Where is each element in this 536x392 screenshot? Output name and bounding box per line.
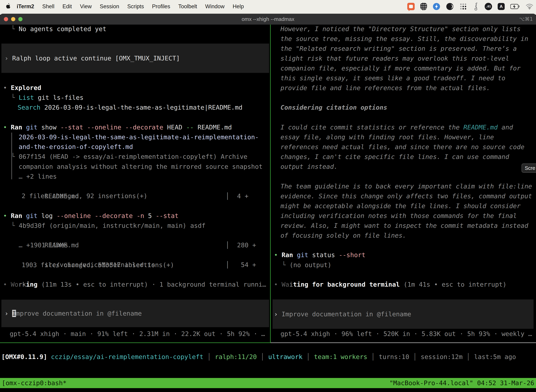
crescent-circle-icon[interactable] [446, 3, 454, 10]
thinking-text-line: review. Also, I might want to inspect th… [281, 221, 528, 231]
menu-item-edit[interactable]: Edit [58, 0, 76, 13]
window-shortcut-badge: ⌥⌘1 [519, 14, 533, 25]
tmux-host-clock: "MacBook-Pro-44.local" 04:52 31-Mar-26 [389, 378, 534, 388]
thinking-text-line: the "Related research writing" section i… [281, 44, 517, 54]
tmux-status-bar: [omx-cczip0:bash* "MacBook-Pro-44.local"… [0, 378, 536, 388]
menu-item-help[interactable]: Help [229, 0, 248, 13]
apple-menu-icon[interactable] [5, 3, 11, 10]
model-status-line: gpt-5.4 xhigh · main · 91% left · 2.31M … [10, 329, 265, 339]
thinking-text-line: the source tree, missing the essay. Stil… [281, 34, 528, 44]
thinking-text-line: provide file and line references from th… [281, 83, 490, 93]
no-output-line: └ (no output) [282, 260, 331, 270]
thinking-text-line: references need actual files, and since … [281, 142, 524, 152]
menu-item-view[interactable]: View [76, 0, 96, 13]
keyboard-layout-icon[interactable]: A [498, 3, 505, 10]
diffstat-line: README.md│ 4 + [22, 182, 79, 191]
truncated-lines-indicator: … +2 lines [19, 172, 57, 182]
ralph-loop-banner: › Ralph loop active continue [OMX_TMUX_I… [1, 44, 269, 73]
chat-app-icon[interactable] [407, 3, 415, 10]
thinking-text-line: companion file, especially if more comme… [281, 63, 521, 73]
commit-summary-line: └ 067f154 (HEAD -> essay/ai-reimplementa… [11, 152, 247, 162]
explored-list-line: └ List git ls-files [11, 93, 84, 103]
thinking-text-line: changes, I can't cite specific file line… [281, 152, 509, 162]
thinking-text-line: of focusing solely on file lines. [281, 231, 406, 240]
thinking-section-heading: Considering citation options [281, 103, 387, 112]
window-title-bar: omx --xhigh --madmax ⌥⌘1 [0, 14, 536, 25]
diffstat-summary: 1903 files changed, 513517 insertions(+) [22, 260, 174, 270]
wifi-icon[interactable] [526, 4, 533, 9]
git-show-command-line: • Ran git show --stat --oneline --decora… [3, 122, 232, 132]
git-log-command-line: • Ran git log --oneline --decorate -n 5 … [3, 211, 178, 221]
thinking-text-line: output instead. [281, 162, 338, 172]
commit-filename-line: 2026-03-09-is-legal-the-same-as-legitima… [19, 132, 259, 142]
waiting-status-line: • Waiting for background terminal (1m 41… [274, 280, 507, 289]
thinking-text-line: including verification notes with those … [281, 211, 517, 221]
window-title: omx --xhigh --madmax [0, 14, 536, 25]
omx-status-bar: [OMX#0.11.9] cczip/essay/ai-reimplementa… [1, 352, 516, 362]
thinking-text-line: essay file, along with finding root file… [281, 132, 494, 142]
working-status-line: • Working (11m 13s • esc to interrupt) ·… [3, 280, 266, 289]
macos-menu-bar: iTerm2 Shell Edit View Session Scripts P… [0, 0, 536, 13]
menu-item-shell[interactable]: Shell [38, 0, 58, 13]
truncated-lines-indicator: … +1901 lines [19, 240, 68, 250]
menu-item-toolbelt[interactable]: Toolbelt [174, 0, 201, 13]
menu-item-profiles[interactable]: Profiles [148, 0, 174, 13]
thinking-text-line: might be acceptable alongside the file l… [281, 201, 521, 211]
agents-status-line: └ No agents completed yet [11, 24, 106, 34]
model-status-line: gpt-5.4 xhigh · 96% left · 520K in · 5.8… [281, 329, 532, 339]
dots-grid-icon[interactable] [459, 3, 467, 10]
badge-61-icon[interactable]: ..61 [485, 3, 492, 10]
explored-header: • Explored [3, 83, 41, 93]
menu-bar-status-icons: ..61 A [407, 0, 533, 13]
menu-item-window[interactable]: Window [201, 0, 229, 13]
thinking-text-line: this single essay, it seems like a good … [281, 73, 505, 83]
squiggle-icon[interactable] [473, 2, 479, 11]
prompt-input-left[interactable]: › Improve documentation in @filename [1, 300, 269, 327]
shield-grid-icon[interactable] [420, 3, 427, 10]
pane-border-bottom-left [0, 342, 271, 343]
commit-filename-line: and-the-erosion-of-copyleft.md [19, 142, 133, 152]
pane-divider-vertical[interactable] [270, 25, 271, 343]
thinking-text-line: evidence. Since this change only affects… [281, 191, 532, 201]
pane-border-bottom-right [271, 342, 536, 343]
battery-icon[interactable] [510, 4, 520, 9]
thinking-text-line: The team guideline is to back every impo… [281, 182, 532, 191]
menu-item-session[interactable]: Session [96, 0, 123, 13]
thinking-text-line: However, I noticed the "Directory Struct… [281, 24, 521, 34]
diffstat-line: src/voice/voiceModeEnabled.ts│ 54 + [22, 250, 155, 260]
thinking-text-line: I could cite commit statistics or refere… [281, 122, 513, 132]
thinking-text-line: slight risk that future readers may over… [281, 54, 509, 63]
terminal-content: └ No agents completed yet › Ralph loop a… [0, 25, 536, 392]
log-commit-line: └ 4b9d30f (origin/main, instructkr/main,… [11, 221, 206, 231]
diffstat-summary: 2 files changed, 92 insertions(+) [22, 191, 147, 201]
explored-search-line: Search 2026-03-09-is-legal-the-same-as-l… [18, 103, 243, 112]
commit-summary-line: companion analysis without altering the … [19, 162, 263, 172]
git-status-command-line: • Ran git status --short [274, 250, 365, 260]
lightning-hex-icon[interactable] [433, 3, 440, 10]
prompt-input-right[interactable]: › Improve documentation in @filename [273, 299, 534, 329]
tmux-session-name: [omx-cczip0:bash* [2, 378, 67, 388]
menu-item-scripts[interactable]: Scripts [123, 0, 148, 13]
menu-item-iterm2[interactable]: iTerm2 [13, 0, 38, 13]
diffstat-line: README.md│ 280 + [22, 230, 79, 240]
screen-share-overlay-button[interactable]: Scre [522, 163, 536, 173]
